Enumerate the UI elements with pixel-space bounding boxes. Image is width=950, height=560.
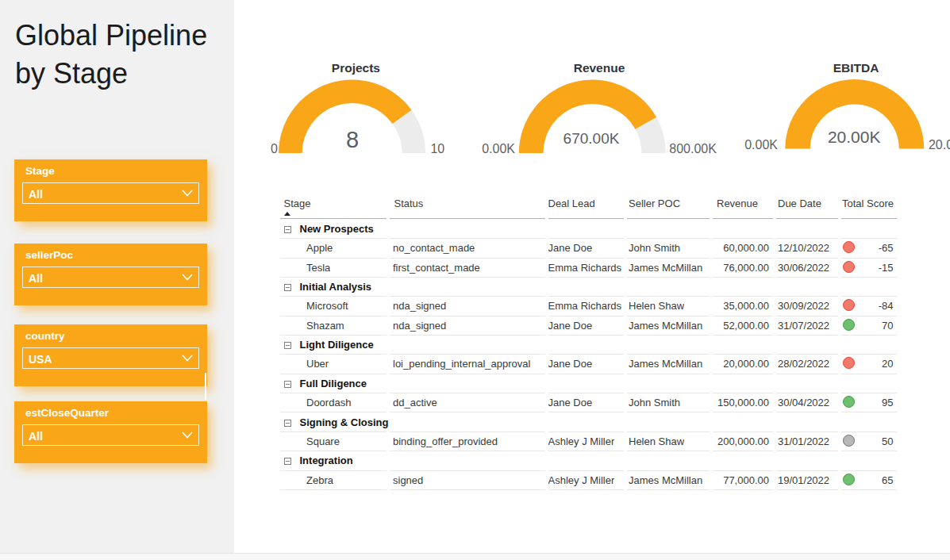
svg-text:0.00K: 0.00K: [744, 138, 778, 152]
svg-text:20.00K: 20.00K: [929, 138, 950, 152]
svg-text:Revenue: Revenue: [574, 61, 625, 75]
svg-text:10: 10: [430, 142, 444, 155]
svg-text:EBITDA: EBITDA: [833, 61, 879, 75]
svg-text:800.00K: 800.00K: [669, 142, 717, 155]
svg-text:20.00K: 20.00K: [828, 128, 881, 146]
svg-text:670.00K: 670.00K: [563, 130, 620, 147]
svg-text:Projects: Projects: [332, 61, 380, 75]
svg-text:0.00K: 0.00K: [482, 142, 515, 155]
svg-text:8: 8: [346, 127, 359, 152]
svg-text:0: 0: [271, 142, 278, 155]
